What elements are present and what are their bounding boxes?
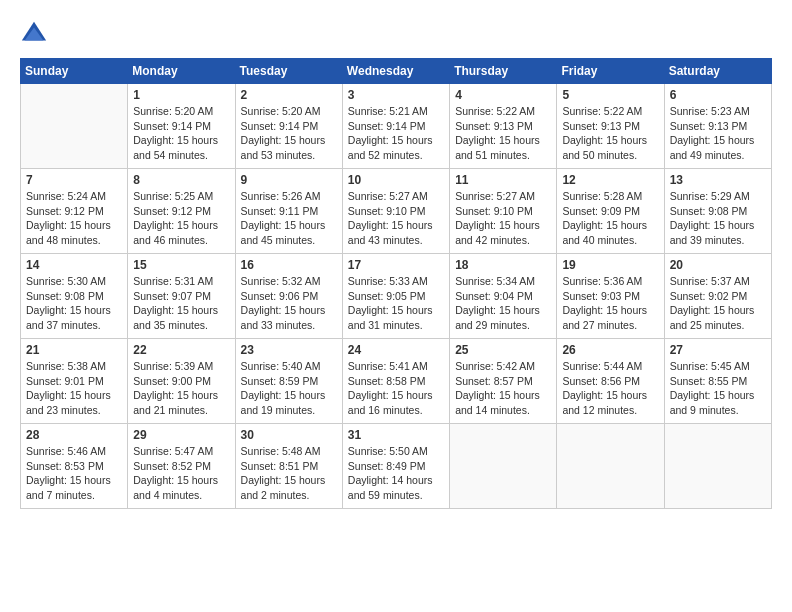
day-info: Sunrise: 5:48 AM Sunset: 8:51 PM Dayligh…: [241, 444, 337, 503]
day-info: Sunrise: 5:40 AM Sunset: 8:59 PM Dayligh…: [241, 359, 337, 418]
calendar-cell: 5 Sunrise: 5:22 AM Sunset: 9:13 PM Dayli…: [557, 84, 664, 169]
daylight-text: Daylight: 15 hours and 43 minutes.: [348, 219, 433, 246]
sunrise-text: Sunrise: 5:24 AM: [26, 190, 106, 202]
daylight-text: Daylight: 15 hours and 29 minutes.: [455, 304, 540, 331]
sunset-text: Sunset: 8:58 PM: [348, 375, 426, 387]
calendar-cell: 26 Sunrise: 5:44 AM Sunset: 8:56 PM Dayl…: [557, 339, 664, 424]
calendar-cell: [557, 424, 664, 509]
daylight-text: Daylight: 15 hours and 12 minutes.: [562, 389, 647, 416]
calendar-cell: 6 Sunrise: 5:23 AM Sunset: 9:13 PM Dayli…: [664, 84, 771, 169]
day-number: 18: [455, 258, 551, 272]
weekday-header-cell: Thursday: [450, 59, 557, 84]
calendar-cell: 17 Sunrise: 5:33 AM Sunset: 9:05 PM Dayl…: [342, 254, 449, 339]
day-info: Sunrise: 5:20 AM Sunset: 9:14 PM Dayligh…: [241, 104, 337, 163]
calendar-cell: 7 Sunrise: 5:24 AM Sunset: 9:12 PM Dayli…: [21, 169, 128, 254]
sunset-text: Sunset: 9:11 PM: [241, 205, 319, 217]
sunset-text: Sunset: 8:51 PM: [241, 460, 319, 472]
calendar-cell: 30 Sunrise: 5:48 AM Sunset: 8:51 PM Dayl…: [235, 424, 342, 509]
daylight-text: Daylight: 15 hours and 49 minutes.: [670, 134, 755, 161]
day-number: 26: [562, 343, 658, 357]
sunrise-text: Sunrise: 5:44 AM: [562, 360, 642, 372]
day-info: Sunrise: 5:30 AM Sunset: 9:08 PM Dayligh…: [26, 274, 122, 333]
day-info: Sunrise: 5:23 AM Sunset: 9:13 PM Dayligh…: [670, 104, 766, 163]
sunset-text: Sunset: 8:53 PM: [26, 460, 104, 472]
daylight-text: Daylight: 15 hours and 46 minutes.: [133, 219, 218, 246]
daylight-text: Daylight: 15 hours and 19 minutes.: [241, 389, 326, 416]
day-info: Sunrise: 5:20 AM Sunset: 9:14 PM Dayligh…: [133, 104, 229, 163]
daylight-text: Daylight: 15 hours and 31 minutes.: [348, 304, 433, 331]
calendar-week-row: 28 Sunrise: 5:46 AM Sunset: 8:53 PM Dayl…: [21, 424, 772, 509]
calendar-cell: [450, 424, 557, 509]
daylight-text: Daylight: 15 hours and 23 minutes.: [26, 389, 111, 416]
calendar-week-row: 7 Sunrise: 5:24 AM Sunset: 9:12 PM Dayli…: [21, 169, 772, 254]
daylight-text: Daylight: 15 hours and 7 minutes.: [26, 474, 111, 501]
sunrise-text: Sunrise: 5:29 AM: [670, 190, 750, 202]
weekday-header-cell: Tuesday: [235, 59, 342, 84]
sunset-text: Sunset: 8:57 PM: [455, 375, 533, 387]
sunset-text: Sunset: 9:01 PM: [26, 375, 104, 387]
sunrise-text: Sunrise: 5:27 AM: [348, 190, 428, 202]
day-number: 25: [455, 343, 551, 357]
sunrise-text: Sunrise: 5:46 AM: [26, 445, 106, 457]
day-number: 29: [133, 428, 229, 442]
day-info: Sunrise: 5:41 AM Sunset: 8:58 PM Dayligh…: [348, 359, 444, 418]
sunrise-text: Sunrise: 5:22 AM: [455, 105, 535, 117]
daylight-text: Daylight: 15 hours and 53 minutes.: [241, 134, 326, 161]
day-number: 14: [26, 258, 122, 272]
day-info: Sunrise: 5:25 AM Sunset: 9:12 PM Dayligh…: [133, 189, 229, 248]
day-number: 30: [241, 428, 337, 442]
sunset-text: Sunset: 9:00 PM: [133, 375, 211, 387]
sunrise-text: Sunrise: 5:42 AM: [455, 360, 535, 372]
day-info: Sunrise: 5:36 AM Sunset: 9:03 PM Dayligh…: [562, 274, 658, 333]
day-number: 23: [241, 343, 337, 357]
calendar-cell: 21 Sunrise: 5:38 AM Sunset: 9:01 PM Dayl…: [21, 339, 128, 424]
sunset-text: Sunset: 9:05 PM: [348, 290, 426, 302]
calendar-cell: 31 Sunrise: 5:50 AM Sunset: 8:49 PM Dayl…: [342, 424, 449, 509]
logo[interactable]: [20, 20, 52, 48]
sunset-text: Sunset: 9:08 PM: [670, 205, 748, 217]
calendar-cell: [21, 84, 128, 169]
sunrise-text: Sunrise: 5:40 AM: [241, 360, 321, 372]
sunset-text: Sunset: 9:14 PM: [348, 120, 426, 132]
logo-icon: [20, 20, 48, 48]
calendar-cell: 11 Sunrise: 5:27 AM Sunset: 9:10 PM Dayl…: [450, 169, 557, 254]
sunset-text: Sunset: 9:13 PM: [455, 120, 533, 132]
calendar-cell: 1 Sunrise: 5:20 AM Sunset: 9:14 PM Dayli…: [128, 84, 235, 169]
sunset-text: Sunset: 9:12 PM: [133, 205, 211, 217]
day-number: 11: [455, 173, 551, 187]
day-number: 8: [133, 173, 229, 187]
daylight-text: Daylight: 15 hours and 33 minutes.: [241, 304, 326, 331]
day-info: Sunrise: 5:27 AM Sunset: 9:10 PM Dayligh…: [455, 189, 551, 248]
calendar-cell: 27 Sunrise: 5:45 AM Sunset: 8:55 PM Dayl…: [664, 339, 771, 424]
day-number: 21: [26, 343, 122, 357]
daylight-text: Daylight: 15 hours and 37 minutes.: [26, 304, 111, 331]
day-info: Sunrise: 5:31 AM Sunset: 9:07 PM Dayligh…: [133, 274, 229, 333]
sunrise-text: Sunrise: 5:23 AM: [670, 105, 750, 117]
day-number: 4: [455, 88, 551, 102]
sunset-text: Sunset: 9:13 PM: [670, 120, 748, 132]
calendar-cell: 2 Sunrise: 5:20 AM Sunset: 9:14 PM Dayli…: [235, 84, 342, 169]
day-info: Sunrise: 5:39 AM Sunset: 9:00 PM Dayligh…: [133, 359, 229, 418]
weekday-header-row: SundayMondayTuesdayWednesdayThursdayFrid…: [21, 59, 772, 84]
sunset-text: Sunset: 9:12 PM: [26, 205, 104, 217]
day-info: Sunrise: 5:47 AM Sunset: 8:52 PM Dayligh…: [133, 444, 229, 503]
day-number: 1: [133, 88, 229, 102]
day-info: Sunrise: 5:33 AM Sunset: 9:05 PM Dayligh…: [348, 274, 444, 333]
calendar-week-row: 21 Sunrise: 5:38 AM Sunset: 9:01 PM Dayl…: [21, 339, 772, 424]
calendar-cell: 12 Sunrise: 5:28 AM Sunset: 9:09 PM Dayl…: [557, 169, 664, 254]
sunrise-text: Sunrise: 5:34 AM: [455, 275, 535, 287]
day-number: 24: [348, 343, 444, 357]
sunset-text: Sunset: 9:09 PM: [562, 205, 640, 217]
day-number: 6: [670, 88, 766, 102]
daylight-text: Daylight: 15 hours and 4 minutes.: [133, 474, 218, 501]
daylight-text: Daylight: 15 hours and 50 minutes.: [562, 134, 647, 161]
day-info: Sunrise: 5:37 AM Sunset: 9:02 PM Dayligh…: [670, 274, 766, 333]
daylight-text: Daylight: 15 hours and 40 minutes.: [562, 219, 647, 246]
day-number: 27: [670, 343, 766, 357]
calendar-cell: 10 Sunrise: 5:27 AM Sunset: 9:10 PM Dayl…: [342, 169, 449, 254]
day-info: Sunrise: 5:26 AM Sunset: 9:11 PM Dayligh…: [241, 189, 337, 248]
calendar-week-row: 1 Sunrise: 5:20 AM Sunset: 9:14 PM Dayli…: [21, 84, 772, 169]
weekday-header-cell: Friday: [557, 59, 664, 84]
daylight-text: Daylight: 15 hours and 16 minutes.: [348, 389, 433, 416]
daylight-text: Daylight: 15 hours and 2 minutes.: [241, 474, 326, 501]
